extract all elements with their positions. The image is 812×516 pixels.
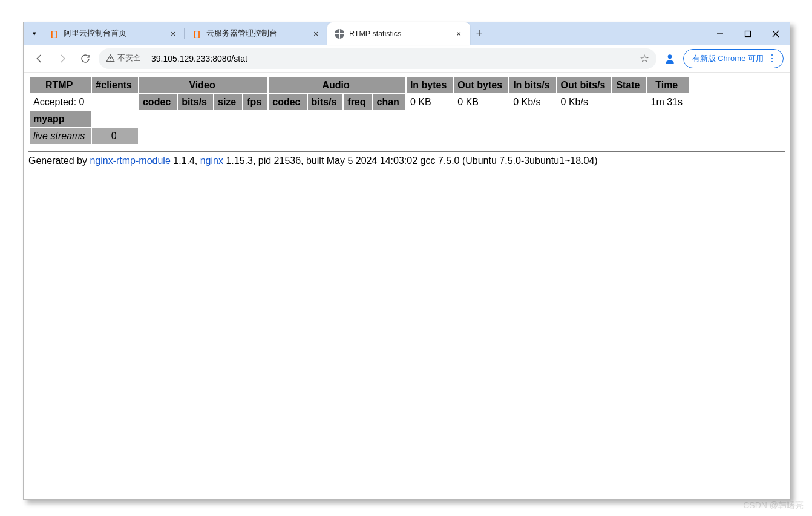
subcol-a-freq: freq: [344, 94, 372, 110]
tab-title: RTMP statistics: [349, 30, 448, 38]
update-label: 有新版 Chrome 可用: [692, 53, 764, 64]
link-nginx[interactable]: nginx: [200, 155, 223, 166]
tab-title: 云服务器管理控制台: [206, 28, 306, 39]
col-out-bits: Out bits/s: [557, 77, 612, 93]
app-name-cell[interactable]: myapp: [30, 111, 91, 127]
aliyun-icon: [ ]: [192, 29, 201, 39]
col-rtmp: RTMP: [30, 77, 91, 93]
close-icon[interactable]: ×: [310, 28, 321, 39]
col-out-bytes: Out bytes: [454, 77, 508, 93]
tab-ecs-console[interactable]: [ ] 云服务器管理控制台 ×: [185, 22, 327, 45]
reload-button[interactable]: [76, 49, 95, 68]
live-streams-label[interactable]: live streams: [30, 128, 91, 144]
window-controls: [706, 22, 790, 45]
chrome-update-button[interactable]: 有新版 Chrome 可用 ⋮: [683, 49, 784, 68]
minimize-button[interactable]: [706, 22, 734, 45]
address-bar: 不安全 39.105.129.233:8080/stat ☆ 有新版 Chrom…: [24, 45, 790, 73]
rtmp-stats-table: RTMP #clients Video Audio In bytes Out b…: [28, 76, 690, 145]
subcol-a-bits: bits/s: [308, 94, 343, 110]
close-window-button[interactable]: [762, 22, 790, 45]
svg-point-6: [667, 54, 672, 59]
col-in-bytes: In bytes: [407, 77, 453, 93]
subcol-a-codec: codec: [269, 94, 306, 110]
url-field[interactable]: 不安全 39.105.129.233:8080/stat ☆: [99, 48, 656, 69]
tab-strip: ▾ [ ] 阿里云控制台首页 × [ ] 云服务器管理控制台 × RTMP st…: [24, 22, 790, 45]
profile-button[interactable]: [660, 49, 679, 68]
separator: [146, 53, 146, 64]
close-icon[interactable]: ×: [453, 28, 464, 39]
tab-title: 阿里云控制台首页: [64, 28, 163, 39]
col-video: Video: [139, 77, 267, 93]
col-clients: #clients: [92, 77, 138, 93]
tab-aliyun-home[interactable]: [ ] 阿里云控制台首页 ×: [42, 22, 185, 45]
separator: [28, 151, 785, 152]
clients-cell: [92, 94, 138, 110]
footer-mid1: 1.1.4,: [171, 155, 200, 166]
col-audio: Audio: [269, 77, 405, 93]
table-server-row: Accepted: 0 codec bits/s size fps codec …: [30, 94, 689, 110]
col-in-bits: In bits/s: [509, 77, 555, 93]
footer-text: Generated by nginx-rtmp-module 1.1.4, ng…: [28, 155, 785, 166]
browser-window: ▾ [ ] 阿里云控制台首页 × [ ] 云服务器管理控制台 × RTMP st…: [23, 22, 790, 500]
accepted-cell: Accepted: 0: [30, 94, 91, 110]
col-state: State: [612, 77, 646, 93]
globe-icon: [335, 29, 344, 39]
tab-rtmp-stats[interactable]: RTMP statistics ×: [327, 22, 470, 45]
time-cell: 1m 31s: [647, 94, 689, 110]
insecure-badge[interactable]: 不安全: [106, 53, 141, 64]
watermark: CSDN @韩曙亮: [743, 500, 804, 511]
col-time: Time: [647, 77, 689, 93]
table-app-row: myapp: [30, 111, 689, 127]
table-header-row: RTMP #clients Video Audio In bytes Out b…: [30, 77, 689, 93]
svg-point-5: [110, 60, 111, 60]
new-tab-button[interactable]: +: [470, 22, 488, 45]
tab-search-button[interactable]: ▾: [27, 22, 42, 45]
footer-prefix: Generated by: [28, 155, 90, 166]
footer-suffix: 1.15.3, pid 21536, built May 5 2024 14:0…: [223, 155, 598, 166]
out-bytes-cell: 0 KB: [454, 94, 508, 110]
table-live-row: live streams 0: [30, 128, 689, 144]
url-text: 39.105.129.233:8080/stat: [151, 54, 247, 64]
link-nginx-rtmp-module[interactable]: nginx-rtmp-module: [90, 155, 170, 166]
bookmark-icon[interactable]: ☆: [640, 52, 649, 65]
subcol-v-codec: codec: [139, 94, 177, 110]
subcol-v-size: size: [214, 94, 242, 110]
in-bytes-cell: 0 KB: [407, 94, 453, 110]
insecure-label: 不安全: [117, 53, 141, 64]
forward-button[interactable]: [53, 49, 72, 68]
subcol-a-chan: chan: [373, 94, 405, 110]
state-cell: [612, 94, 646, 110]
warning-icon: [106, 54, 115, 63]
subcol-v-bits: bits/s: [178, 94, 213, 110]
svg-rect-1: [745, 31, 751, 36]
subcol-v-fps: fps: [243, 94, 267, 110]
maximize-button[interactable]: [734, 22, 762, 45]
back-button[interactable]: [30, 49, 49, 68]
live-streams-count: 0: [92, 128, 138, 144]
out-bits-cell: 0 Kb/s: [557, 94, 612, 110]
close-icon[interactable]: ×: [168, 28, 178, 39]
page-content: RTMP #clients Video Audio In bytes Out b…: [24, 73, 790, 499]
in-bits-cell: 0 Kb/s: [509, 94, 555, 110]
aliyun-icon: [ ]: [49, 29, 59, 39]
